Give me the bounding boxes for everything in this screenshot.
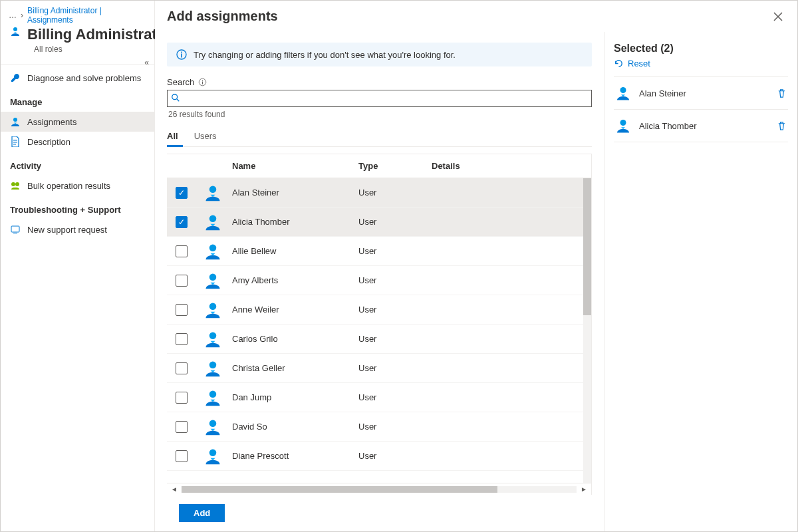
nav-assignments-label: Assignments	[27, 117, 76, 127]
row-type: User	[356, 246, 429, 256]
reset-button[interactable]: Reset	[614, 59, 788, 68]
support-icon	[10, 224, 21, 235]
table-row[interactable]: Amy Alberts User	[167, 266, 591, 295]
info-icon	[176, 49, 187, 60]
row-type: User	[356, 422, 429, 432]
nav-bulk[interactable]: Bulk operation results	[1, 176, 154, 196]
avatar-icon	[203, 359, 222, 378]
search-input[interactable]	[167, 90, 592, 107]
person-icon	[10, 116, 21, 127]
table-row[interactable]: Carlos Grilo User	[167, 325, 591, 354]
tab-users[interactable]: Users	[194, 127, 217, 146]
nav-support[interactable]: New support request	[1, 219, 154, 239]
bulk-icon	[10, 180, 21, 191]
tab-all[interactable]: All	[167, 127, 178, 146]
remove-selected-button[interactable]	[777, 121, 787, 131]
row-checkbox[interactable]	[176, 362, 188, 374]
results-table: Name Type Details ✓ Alan Steiner User ✓ …	[167, 154, 592, 495]
avatar-icon	[203, 242, 222, 261]
selected-title: Selected (2)	[614, 43, 788, 55]
panel-main: Try changing or adding filters if you do…	[155, 32, 604, 531]
svg-rect-3	[11, 226, 19, 232]
avatar-icon	[203, 213, 222, 231]
reset-label: Reset	[628, 59, 650, 68]
nav-description[interactable]: Description	[1, 132, 154, 152]
avatar-icon	[203, 271, 222, 290]
svg-point-5	[181, 52, 182, 53]
table-row[interactable]: Anne Weiler User	[167, 295, 591, 325]
trash-icon	[777, 121, 787, 131]
scroll-right-icon[interactable]: ►	[581, 485, 587, 493]
table-row[interactable]: Christa Geller User	[167, 354, 591, 383]
nav-assignments[interactable]: Assignments	[1, 112, 154, 132]
trash-icon	[777, 88, 787, 98]
breadcrumb-dots[interactable]: …	[9, 11, 17, 20]
col-name[interactable]: Name	[229, 161, 356, 171]
scroll-left-icon[interactable]: ◄	[171, 485, 178, 493]
search-label: Search	[167, 77, 194, 87]
avatar-icon	[203, 418, 222, 436]
info-text: Try changing or adding filters if you do…	[194, 50, 456, 60]
horizontal-scrollbar[interactable]: ◄ ►	[167, 483, 591, 495]
results-count: 26 results found	[167, 107, 592, 127]
search-info-icon[interactable]	[198, 78, 207, 86]
row-checkbox[interactable]	[176, 450, 188, 462]
row-name: Diane Prescott	[229, 451, 356, 461]
row-name: David So	[229, 422, 356, 432]
breadcrumb-link[interactable]: Billing Administrator | Assignments	[27, 6, 146, 25]
col-type[interactable]: Type	[356, 161, 429, 171]
left-blade: … › Billing Administrator | Assignments …	[1, 1, 155, 531]
row-name: Alan Steiner	[229, 188, 356, 198]
close-icon	[773, 12, 783, 21]
avatar-icon	[203, 184, 222, 202]
row-type: User	[356, 275, 429, 285]
row-checkbox[interactable]	[176, 421, 188, 433]
wrench-icon	[10, 72, 21, 83]
selected-item: Alicia Thomber	[614, 109, 788, 142]
collapse-chevron-icon[interactable]: «	[144, 58, 149, 67]
row-type: User	[356, 188, 429, 198]
add-button[interactable]: Add	[179, 504, 225, 522]
avatar-icon	[203, 330, 222, 348]
svg-point-2	[15, 182, 19, 186]
selected-panel: Selected (2) Reset Alan Steiner Alicia T…	[604, 32, 797, 531]
table-row[interactable]: David So User	[167, 412, 591, 442]
add-assignments-panel: Add assignments Try changing or adding f…	[155, 1, 797, 531]
row-checkbox[interactable]: ✓	[176, 187, 188, 199]
blade-subtitle: All roles	[1, 45, 154, 62]
row-type: User	[356, 451, 429, 461]
nav-bulk-label: Bulk operation results	[27, 181, 110, 191]
remove-selected-button[interactable]	[777, 88, 787, 98]
svg-point-8	[202, 80, 203, 80]
table-row[interactable]: Dan Jump User	[167, 383, 591, 412]
row-type: User	[356, 334, 429, 344]
horizontal-scroll-thumb[interactable]	[182, 486, 497, 493]
table-row[interactable]: ✓ Alan Steiner User	[167, 178, 591, 207]
nav-manage-header: Manage	[1, 88, 154, 112]
row-checkbox[interactable]	[176, 333, 188, 345]
vertical-scroll-thumb[interactable]	[583, 178, 591, 315]
selected-item: Alan Steiner	[614, 76, 788, 110]
row-checkbox[interactable]	[176, 392, 188, 404]
row-name: Alicia Thomber	[229, 217, 356, 227]
row-type: User	[356, 217, 429, 227]
nav-support-label: New support request	[27, 225, 107, 235]
table-row[interactable]: ✓ Alicia Thomber User	[167, 207, 591, 237]
undo-icon	[614, 59, 624, 68]
nav-activity-header: Activity	[1, 152, 154, 176]
table-row[interactable]: Diane Prescott User	[167, 442, 591, 471]
svg-rect-9	[202, 82, 203, 84]
row-name: Christa Geller	[229, 363, 356, 373]
info-bar: Try changing or adding filters if you do…	[167, 43, 592, 66]
row-checkbox[interactable]	[176, 245, 188, 257]
row-checkbox[interactable]	[176, 275, 188, 287]
selected-item-name: Alan Steiner	[639, 88, 686, 98]
nav-diagnose[interactable]: Diagnose and solve problems	[1, 68, 154, 88]
table-row[interactable]: Allie Bellew User	[167, 237, 591, 266]
row-checkbox[interactable]: ✓	[176, 216, 188, 228]
svg-rect-6	[181, 54, 182, 58]
row-checkbox[interactable]	[176, 304, 188, 316]
row-name: Amy Alberts	[229, 275, 356, 285]
col-details[interactable]: Details	[429, 161, 591, 171]
close-button[interactable]	[771, 9, 785, 24]
